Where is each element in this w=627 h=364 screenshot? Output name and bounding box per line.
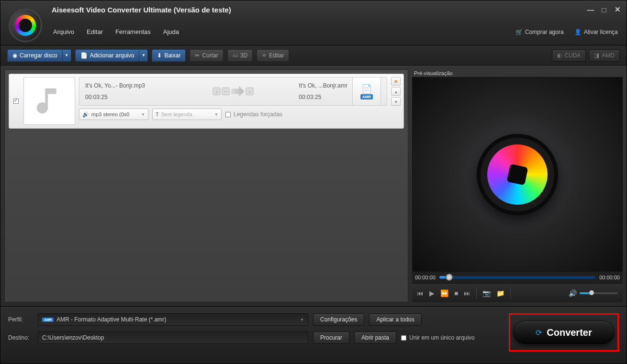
volume-knob[interactable]	[589, 290, 594, 295]
file-thumbnail	[23, 77, 75, 125]
amd-button[interactable]: ◨AMD	[589, 49, 620, 62]
volume-icon[interactable]: 🔊	[569, 289, 577, 297]
next-button[interactable]: ⏭	[464, 289, 470, 297]
time-current: 00:00:00	[415, 275, 436, 280]
chevron-down-icon: ▼	[141, 112, 145, 117]
cart-icon: 🛒	[515, 29, 523, 35]
dots-icon: ⋯	[222, 88, 230, 95]
activate-license-link[interactable]: 👤Ativar licença	[574, 29, 618, 35]
output-format-icon[interactable]: 📄 AMR	[352, 77, 381, 106]
output-duration: 00:03:25	[299, 94, 347, 100]
menu-edit[interactable]: Editar	[87, 28, 103, 35]
nvidia-icon: ◐	[557, 52, 562, 59]
menubar: Arquivo Editar Ferramentas Ajuda 🛒Compra…	[0, 19, 627, 45]
close-icon[interactable]: ✕	[614, 6, 621, 13]
text-icon: T	[156, 111, 159, 117]
music-out-icon: ♪	[246, 88, 254, 95]
input-duration: 00:03:25	[85, 94, 145, 100]
3d-icon: ▭	[233, 52, 238, 59]
amr-badge-icon: AMR	[42, 318, 54, 322]
download-button[interactable]: ⬇Baixar	[152, 49, 186, 62]
scissors-icon: ✂	[195, 52, 200, 59]
add-file-icon: 📄	[80, 52, 88, 59]
speaker-icon: 🔊	[82, 111, 89, 118]
aperture-logo	[477, 134, 558, 215]
file-item[interactable]: It's Ok, Yo...- Bonjr.mp3 00:03:25 ♪ ⋯ ♪…	[9, 74, 404, 129]
preview-panel: Pré-visualização 00:00:00 00:00:00 ⏮ ▶ ⏩…	[412, 69, 623, 302]
toolbar: ◉Carregar disco ▼ 📄Adicionar arquivo ▼ ⬇…	[0, 45, 627, 66]
key-icon: 👤	[574, 29, 582, 35]
preview-screen	[412, 77, 623, 272]
footer: Perfil: AMR AMR - Formato Adaptive Multi…	[0, 306, 627, 364]
preview-label: Pré-visualização	[412, 69, 623, 77]
play-button[interactable]: ▶	[429, 289, 435, 297]
menu-file[interactable]: Arquivo	[53, 28, 74, 35]
forced-subtitle-checkbox[interactable]	[225, 112, 231, 117]
stop-button[interactable]: ■	[454, 289, 458, 297]
file-list-panel: It's Ok, Yo...- Bonjr.mp3 00:03:25 ♪ ⋯ ♪…	[4, 69, 408, 302]
volume-slider[interactable]	[580, 292, 618, 294]
edit-button[interactable]: ✧Editar	[257, 49, 289, 62]
move-down-button[interactable]: ▾	[391, 97, 401, 106]
merge-checkbox[interactable]	[401, 335, 406, 341]
app-logo	[9, 9, 42, 42]
refresh-icon: ⟳	[536, 328, 542, 337]
menu-tools[interactable]: Ferramentas	[115, 28, 151, 35]
arrow-right-icon	[231, 86, 245, 97]
fast-forward-button[interactable]: ⏩	[440, 289, 448, 297]
add-file-button[interactable]: 📄Adicionar arquivo	[75, 49, 140, 62]
cut-button[interactable]: ✂Cortar	[190, 49, 223, 62]
destination-label: Destino:	[8, 334, 33, 341]
wand-icon: ✧	[262, 52, 267, 59]
seek-track[interactable]	[439, 276, 595, 279]
maximize-icon[interactable]: □	[601, 6, 607, 13]
add-file-dropdown[interactable]: ▼	[139, 49, 148, 62]
titlebar: Aiseesoft Video Converter Ultimate (Vers…	[0, 0, 627, 19]
timeline: 00:00:00 00:00:00	[412, 272, 623, 283]
open-folder-button[interactable]: 📁	[496, 289, 504, 297]
buy-now-link[interactable]: 🛒Comprar agora	[515, 29, 564, 35]
merge-label: Unir em um único arquivo	[409, 334, 475, 341]
prev-button[interactable]: ⏮	[417, 289, 424, 297]
apply-all-button[interactable]: Aplicar a todos	[369, 313, 421, 326]
input-filename: It's Ok, Yo...- Bonjr.mp3	[85, 82, 145, 89]
open-dest-folder-button[interactable]: Abrir pasta	[354, 331, 396, 344]
audio-track-select[interactable]: 🔊 mp3 stereo (0x0 ▼	[79, 109, 148, 120]
chevron-down-icon: ▼	[300, 318, 304, 322]
output-filename: It's Ok, ...Bonjr.amr	[299, 82, 347, 89]
move-up-button[interactable]: ▴	[391, 87, 401, 96]
playhead[interactable]	[446, 274, 453, 281]
destination-input[interactable]: C:\Users\enzov\Desktop	[38, 331, 308, 344]
file-checkbox[interactable]	[13, 99, 19, 104]
music-in-icon: ♪	[213, 88, 221, 95]
snapshot-button[interactable]: 📷	[482, 289, 491, 297]
forced-subtitle-label: Legendas forçadas	[234, 111, 282, 118]
disc-icon: ◉	[12, 52, 17, 59]
subtitle-select[interactable]: T Sem legenda ▼	[152, 109, 222, 120]
minimize-icon[interactable]: —	[587, 6, 594, 13]
amd-icon: ◨	[594, 52, 599, 59]
menu-help[interactable]: Ajuda	[163, 28, 179, 35]
3d-button[interactable]: ▭3D	[227, 49, 253, 62]
load-disc-button[interactable]: ◉Carregar disco	[7, 49, 63, 62]
cuda-button[interactable]: ◐CUDA	[552, 49, 586, 62]
window-title: Aiseesoft Video Converter Ultimate (Vers…	[52, 6, 231, 14]
remove-file-button[interactable]: ✕	[391, 77, 401, 86]
browse-button[interactable]: Procurar	[313, 331, 349, 344]
convert-highlight-box: ⟳ Converter	[509, 313, 619, 352]
settings-button[interactable]: Configurações	[313, 313, 364, 326]
music-note-icon	[33, 84, 66, 118]
load-disc-dropdown[interactable]: ▼	[63, 49, 71, 62]
chevron-down-icon: ▼	[214, 112, 218, 117]
time-total: 00:00:00	[599, 275, 620, 280]
download-icon: ⬇	[157, 52, 162, 59]
profile-select[interactable]: AMR AMR - Formato Adaptive Multi-Rate (*…	[38, 313, 308, 326]
convert-button[interactable]: ⟳ Converter	[514, 321, 614, 344]
profile-label: Perfil:	[8, 316, 33, 323]
